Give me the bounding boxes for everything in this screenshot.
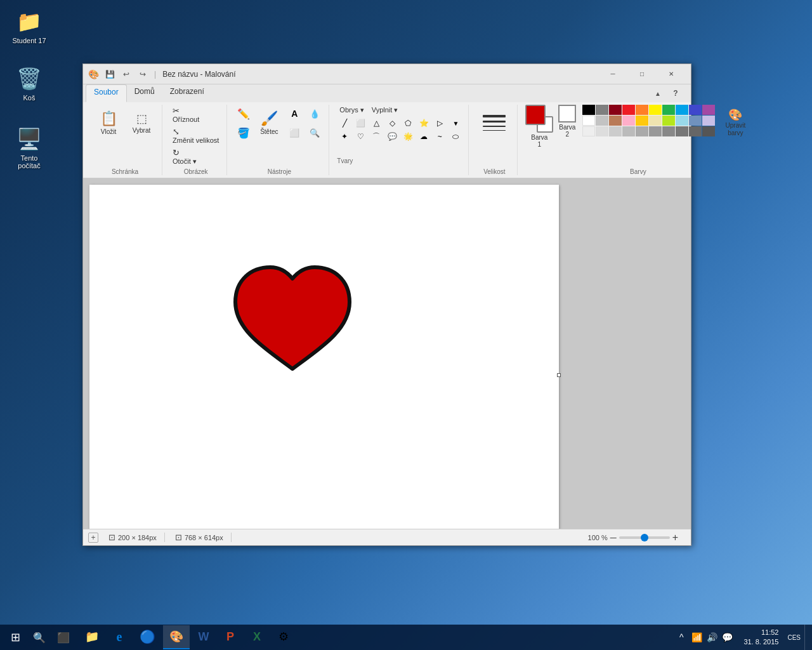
palette-e3[interactable] xyxy=(609,126,622,136)
palette-e6[interactable] xyxy=(649,126,662,136)
shape-curve[interactable]: ~ xyxy=(432,130,447,143)
shape-star2[interactable]: ✦ xyxy=(337,130,352,143)
velikost-button[interactable] xyxy=(476,105,512,140)
palette-e2[interactable] xyxy=(596,126,608,136)
color1-display[interactable]: Barva1 xyxy=(525,105,553,148)
palette-lime[interactable] xyxy=(662,116,675,126)
shape-rect[interactable]: ⬜ xyxy=(353,117,368,129)
zoom-out-button[interactable]: ─ xyxy=(610,533,617,543)
fill-button[interactable]: 🪣 xyxy=(235,124,252,142)
zoom-slider[interactable] xyxy=(619,536,670,539)
desktop-icon-kos[interactable]: 🗑️ Koš xyxy=(6,63,52,104)
palette-cream[interactable] xyxy=(649,116,662,126)
vybrat-button[interactable]: ⬚ Vybrat xyxy=(126,105,157,140)
tray-volume-icon[interactable]: 🔊 xyxy=(705,625,718,650)
shape-star[interactable]: ⭐ xyxy=(416,117,431,129)
tray-arrow-button[interactable]: ^ xyxy=(675,625,688,650)
palette-black[interactable] xyxy=(582,105,595,115)
zoom-in-button[interactable]: + xyxy=(672,532,678,543)
eraser-button[interactable]: ⬜ xyxy=(285,124,303,142)
shape-heart[interactable]: ♡ xyxy=(353,130,368,143)
palette-darkred[interactable] xyxy=(609,105,622,115)
palette-purple[interactable] xyxy=(702,105,715,115)
color1-box[interactable] xyxy=(525,105,546,125)
shape-cloud[interactable]: ☁ xyxy=(416,130,431,143)
undo-button[interactable]: ↩ xyxy=(119,67,134,82)
color2-box-main[interactable] xyxy=(558,105,576,123)
shape-oval[interactable]: ⬭ xyxy=(448,130,463,143)
shape-diamond[interactable]: ◇ xyxy=(384,117,400,129)
taskbar-chrome[interactable]: 🔵 xyxy=(133,625,162,649)
palette-yellow[interactable] xyxy=(649,105,662,115)
palette-gold[interactable] xyxy=(636,116,648,126)
tray-notification-icon[interactable]: 💬 xyxy=(721,625,733,650)
desktop-icon-student17[interactable]: 📁 Student 17 xyxy=(6,6,52,47)
language-indicator[interactable]: CES xyxy=(783,625,804,650)
palette-red[interactable] xyxy=(622,105,635,115)
palette-e1[interactable] xyxy=(582,126,595,136)
taskbar-clock[interactable]: 11:52 31. 8. 2015 xyxy=(738,625,783,650)
stetec-button[interactable]: 🖌️ Štětec xyxy=(255,105,283,140)
palette-lavender[interactable] xyxy=(702,116,715,126)
close-button[interactable]: ✕ xyxy=(657,64,686,84)
redo-button[interactable]: ↪ xyxy=(135,67,150,82)
tab-zobrazeni[interactable]: Zobrazení xyxy=(162,84,212,102)
palette-gray[interactable] xyxy=(596,105,608,115)
add-canvas-button[interactable]: + xyxy=(88,533,98,543)
shape-line[interactable]: ╱ xyxy=(337,117,352,129)
help-button[interactable]: ? xyxy=(668,86,683,101)
palette-e5[interactable] xyxy=(636,126,648,136)
minimize-button[interactable]: ─ xyxy=(598,64,627,84)
otocit-button[interactable]: ↻ Otočit ▾ xyxy=(170,147,221,167)
canvas-area[interactable] xyxy=(83,178,691,529)
taskbar-explorer[interactable]: 📁 xyxy=(79,625,105,649)
obrys-button[interactable]: Obrys ▾ xyxy=(337,105,366,116)
ribbon-collapse-button[interactable]: ▲ xyxy=(650,86,665,101)
taskbar-settings[interactable]: ⚙ xyxy=(271,625,296,649)
palette-steelblue[interactable] xyxy=(689,116,702,126)
palette-white[interactable] xyxy=(582,116,595,126)
palette-orange[interactable] xyxy=(636,105,648,115)
start-button[interactable]: ⊞ xyxy=(3,625,28,650)
text-button[interactable]: A xyxy=(285,105,303,123)
save-button[interactable]: 💾 xyxy=(102,67,117,82)
shape-arrow[interactable]: ▷ xyxy=(432,117,447,129)
pencil-button[interactable]: ✏️ xyxy=(235,105,252,123)
vlozit-button[interactable]: 📋 Vložit xyxy=(93,105,124,140)
desktop-icon-tento-pocitac[interactable]: 🖥️ Tento počítač xyxy=(6,124,52,172)
palette-e7[interactable] xyxy=(662,126,675,136)
canvas-handle-right[interactable] xyxy=(557,373,561,377)
shape-triangle[interactable]: △ xyxy=(369,117,384,129)
shape-callout[interactable]: 💬 xyxy=(384,130,400,143)
palette-e4[interactable] xyxy=(622,126,635,136)
canvas[interactable] xyxy=(89,185,559,529)
picker-button[interactable]: 💧 xyxy=(306,105,324,123)
tab-soubor[interactable]: Soubor xyxy=(86,84,127,102)
shape-star3[interactable]: 🌟 xyxy=(400,130,416,143)
palette-pink[interactable] xyxy=(622,116,635,126)
upravit-barvy-button[interactable]: 🎨 Upravitbarvy xyxy=(720,105,750,140)
palette-e9[interactable] xyxy=(689,126,702,136)
shape-pentagon[interactable]: ⬠ xyxy=(400,117,416,129)
palette-indigo[interactable] xyxy=(689,105,702,115)
palette-green[interactable] xyxy=(662,105,675,115)
task-view-button[interactable]: ⬛ xyxy=(51,625,76,650)
palette-e10[interactable] xyxy=(702,126,715,136)
palette-blue[interactable] xyxy=(676,105,688,115)
show-desktop-button[interactable] xyxy=(804,625,809,650)
taskbar-powerpoint[interactable]: P xyxy=(218,625,243,649)
palette-brown[interactable] xyxy=(609,116,622,126)
magnify-button[interactable]: 🔍 xyxy=(306,124,324,142)
palette-lightblue[interactable] xyxy=(676,116,688,126)
taskbar-edge[interactable]: e xyxy=(107,625,132,649)
oriznout-button[interactable]: ✂ Oříznout xyxy=(170,105,221,124)
taskbar-excel[interactable]: X xyxy=(244,625,270,649)
taskbar-word[interactable]: W xyxy=(191,625,216,649)
palette-e8[interactable] xyxy=(676,126,688,136)
vyplnit-button[interactable]: Vyplnit ▾ xyxy=(369,105,401,116)
tab-domu[interactable]: Domů xyxy=(127,84,162,102)
maximize-button[interactable]: □ xyxy=(627,64,657,84)
taskbar-paint[interactable]: 🎨 xyxy=(163,625,190,649)
shape-arc[interactable]: ⌒ xyxy=(369,130,384,143)
shape-expand[interactable]: ▼ xyxy=(448,117,463,129)
